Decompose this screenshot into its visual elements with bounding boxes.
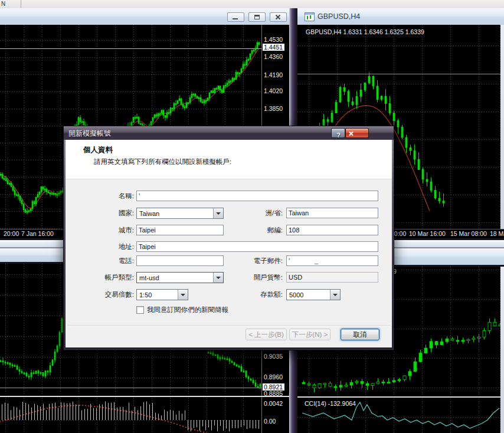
name-label: 名稱:	[68, 192, 134, 201]
price-tick: 1.4190	[264, 71, 283, 78]
dialog-titlebar[interactable]: 開新模擬帳號 ?	[64, 126, 394, 140]
price-tick: 1.4360	[264, 53, 283, 60]
time-tick: 15 Mar 08:00	[450, 230, 487, 237]
newsletter-label: 我同意訂閱你們的新聞簡報	[147, 306, 228, 314]
indicator-window-separator[interactable]	[297, 396, 504, 398]
deposit-label: 存款額:	[217, 290, 283, 299]
chart-icon	[305, 12, 315, 21]
email-input[interactable]: '_	[286, 255, 378, 266]
state-input[interactable]: Taiwan	[286, 208, 378, 218]
leverage-label: 交易倍數:	[68, 290, 134, 299]
cci-indicator-label: CCI(14) -132.9064	[305, 400, 356, 407]
clipped-price-axis-strip	[500, 25, 504, 229]
price-tick: 1.4020	[264, 87, 283, 94]
price-tick: 1.4530	[264, 36, 283, 43]
newsletter-checkbox[interactable]	[136, 306, 144, 314]
top-strip-divider	[21, 0, 21, 8]
header-title: 個人資料	[83, 145, 113, 155]
city-input[interactable]: Taipei	[136, 225, 224, 235]
price-tick: 0.9035	[264, 353, 283, 360]
dialog-close-button[interactable]	[345, 128, 369, 138]
zip-label: 郵編:	[217, 226, 283, 235]
text-caret: _	[315, 257, 318, 264]
cancel-button[interactable]: 取消	[341, 329, 379, 340]
state-label: 洲/省:	[217, 209, 283, 218]
country-label: 國家:	[68, 209, 134, 218]
dialog-title: 開新模擬帳號	[68, 129, 111, 139]
gbpusd-window-titlebar[interactable]: GBPUSD,H4	[297, 8, 504, 25]
close-button[interactable]	[270, 12, 287, 22]
address-input[interactable]: Taipei	[136, 241, 378, 252]
mt4-workspace: N 1.4530 1.4451 1.4360 1.4190 1.4020 1.3…	[0, 0, 504, 433]
gbpusd-window-title: GBPUSD,H4	[318, 12, 360, 21]
deposit-select[interactable]: 5000	[286, 289, 341, 300]
minimize-button[interactable]	[227, 12, 244, 22]
time-tick: 18 Ma	[490, 230, 504, 237]
currency-field: USD	[286, 272, 378, 283]
button-separator	[67, 325, 391, 326]
time-tick: 7 Jan 16:00	[21, 230, 54, 237]
country-select[interactable]: Taiwan	[136, 208, 224, 219]
phone-label: 電話:	[68, 257, 134, 265]
app-top-strip-text: N	[1, 1, 5, 7]
restore-button[interactable]	[248, 12, 266, 22]
dialog-header: 個人資料 請用英文填寫下列所有欄位以開設新模擬帳戶:	[66, 140, 392, 179]
topleft-window-titlebar[interactable]	[0, 8, 289, 25]
account-type-select[interactable]: mt-usd	[136, 272, 224, 283]
price-tick: 1.3850	[264, 105, 283, 112]
next-button[interactable]: 下一步(N) >	[289, 329, 330, 340]
address-label: 地址:	[68, 242, 134, 251]
email-label: 電子郵件:	[217, 257, 283, 265]
clipped-price-axis-strip	[500, 267, 504, 433]
chevron-down-icon[interactable]	[178, 290, 188, 300]
header-subtitle: 請用英文填寫下列所有欄位以開設新模擬帳戶:	[94, 158, 231, 166]
city-label: 城市:	[68, 226, 134, 235]
ohlc-info-text: GBPUSD,H4 1.6331 1.6346 1.6325 1.6339	[306, 28, 424, 35]
current-price-tag: 1.4451	[263, 44, 284, 51]
indicator-tick: 0.00	[264, 418, 276, 425]
app-top-strip: N	[0, 0, 504, 9]
price-tick: 0.8885	[264, 390, 283, 397]
back-button[interactable]: < 上一步(B)	[246, 329, 287, 340]
help-button[interactable]: ?	[331, 128, 345, 138]
time-tick: 20:00	[4, 230, 19, 237]
currency-label: 開戶貨幣:	[217, 273, 283, 282]
account-type-label: 帳戶類型:	[68, 273, 134, 282]
leverage-select[interactable]: 1:50	[136, 289, 188, 300]
zip-input[interactable]: 108	[286, 225, 378, 235]
name-input[interactable]: '	[136, 191, 378, 201]
help-icon: ?	[336, 131, 341, 139]
chevron-down-icon[interactable]	[330, 290, 340, 300]
indicator-tick: 0.0042	[264, 400, 283, 407]
time-tick: 10 Mar 16:00	[409, 230, 446, 237]
indicator-window-separator[interactable]	[0, 396, 289, 397]
open-demo-account-dialog: 開新模擬帳號 ? 個人資料 請用英文填寫下列所有欄位以開設新模擬帳戶: 名稱: …	[63, 126, 394, 350]
phone-input[interactable]	[136, 255, 224, 266]
dialog-body: 個人資料 請用英文填寫下列所有欄位以開設新模擬帳戶: 名稱: ' 國家: Tai…	[66, 140, 392, 347]
price-tick: 0.8960	[264, 373, 283, 380]
restore-icon	[254, 15, 260, 19]
minimize-icon	[233, 18, 238, 19]
